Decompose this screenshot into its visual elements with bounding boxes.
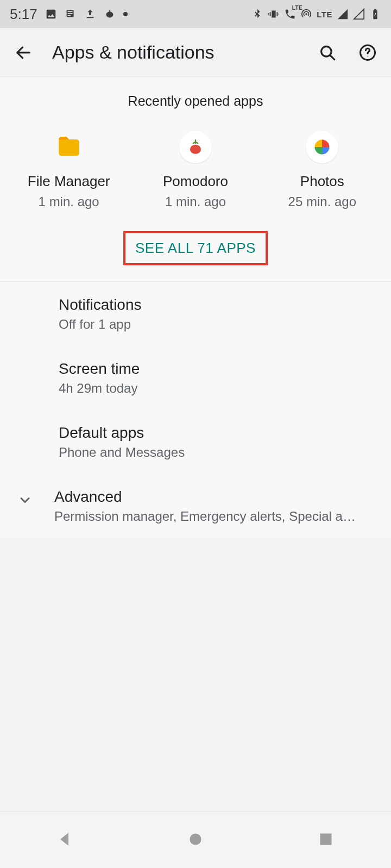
signal-empty-icon: [353, 8, 365, 20]
navigation-bar: [0, 812, 391, 868]
setting-advanced[interactable]: Advanced Permission manager, Emergency a…: [0, 474, 391, 538]
help-button[interactable]: [357, 42, 378, 63]
setting-screen-time[interactable]: Screen time 4h 29m today: [0, 346, 391, 410]
volte-icon: LTE: [284, 8, 296, 20]
setting-subtitle: Off for 1 app: [59, 317, 363, 332]
bluetooth-icon: [251, 8, 263, 20]
setting-default-apps[interactable]: Default apps Phone and Messages: [0, 410, 391, 474]
app-name-label: Photos: [265, 173, 379, 190]
lte-text: LTE: [317, 10, 332, 19]
image-icon: [45, 8, 57, 20]
nav-home-button[interactable]: [186, 829, 205, 851]
signal-full-icon: [337, 8, 349, 20]
setting-title: Advanced: [54, 488, 378, 506]
nav-back-button[interactable]: [55, 829, 75, 851]
setting-subtitle: Permission manager, Emergency alerts, Sp…: [54, 509, 358, 524]
recent-apps-header: Recently opened apps: [0, 77, 391, 122]
see-all-apps-button[interactable]: SEE ALL 71 APPS: [123, 231, 268, 265]
back-button[interactable]: [13, 42, 34, 63]
recent-apps-row: File Manager 1 min. ago Pomodoro 1 min. …: [0, 122, 391, 226]
setting-title: Default apps: [59, 424, 378, 442]
nav-recent-button[interactable]: [316, 829, 336, 851]
photos-icon: [306, 131, 338, 163]
setting-title: Notifications: [59, 296, 378, 314]
app-bar: Apps & notifications: [0, 28, 391, 77]
setting-subtitle: Phone and Messages: [59, 445, 363, 460]
status-time: 5:17: [10, 6, 37, 23]
recent-app-pomodoro[interactable]: Pomodoro 1 min. ago: [138, 122, 253, 209]
app-time-label: 25 min. ago: [265, 194, 379, 209]
chevron-down-icon: [13, 493, 37, 508]
upload-icon: [84, 8, 96, 20]
setting-notifications[interactable]: Notifications Off for 1 app: [0, 282, 391, 346]
vibrate-icon: [268, 8, 280, 20]
search-button[interactable]: [317, 42, 338, 63]
setting-title: Screen time: [59, 360, 378, 378]
status-bar: 5:17 LTE LTE: [0, 0, 391, 28]
recent-app-file-manager[interactable]: File Manager 1 min. ago: [12, 122, 126, 209]
app-time-label: 1 min. ago: [12, 194, 126, 209]
app-name-label: Pomodoro: [138, 173, 253, 190]
news-icon: [65, 8, 77, 20]
tomato-icon: [104, 8, 116, 20]
svg-rect-4: [320, 833, 332, 845]
app-time-label: 1 min. ago: [138, 194, 253, 209]
setting-subtitle: 4h 29m today: [59, 381, 363, 396]
battery-charging-icon: [369, 8, 381, 20]
more-dot-icon: [123, 12, 128, 16]
file-manager-icon: [53, 131, 85, 163]
svg-point-3: [190, 833, 201, 845]
pomodoro-icon: [179, 131, 212, 163]
page-title: Apps & notifications: [52, 42, 317, 63]
app-name-label: File Manager: [12, 173, 126, 190]
svg-point-2: [367, 56, 368, 56]
recent-app-photos[interactable]: Photos 25 min. ago: [265, 122, 379, 209]
